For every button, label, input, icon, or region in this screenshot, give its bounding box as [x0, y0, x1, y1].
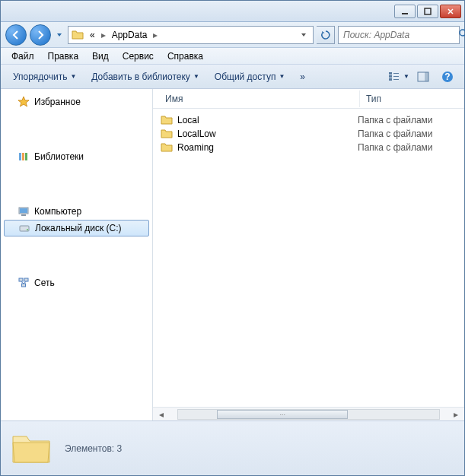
- folder-icon: [72, 30, 84, 40]
- folder-icon: [161, 115, 173, 125]
- back-button[interactable]: [5, 24, 27, 46]
- breadcrumb-root[interactable]: «: [87, 28, 98, 42]
- title-bar: [1, 1, 464, 22]
- svg-rect-21: [21, 214, 26, 216]
- svg-point-4: [460, 30, 465, 36]
- svg-rect-20: [20, 208, 27, 213]
- libraries-icon: [18, 151, 30, 163]
- svg-rect-24: [19, 278, 23, 281]
- svg-rect-26: [22, 284, 26, 287]
- list-item[interactable]: Roaming Папка с файлами: [153, 141, 464, 154]
- organize-button[interactable]: Упорядочить ▼: [7, 68, 82, 85]
- star-icon: [18, 96, 30, 108]
- view-mode-button[interactable]: ▼: [388, 68, 409, 86]
- details-pane: Элементов: 3: [1, 420, 464, 475]
- file-name-label: Roaming: [177, 142, 214, 153]
- scroll-track[interactable]: ∙∙∙: [177, 409, 440, 420]
- file-type-label: Папка с файлами: [358, 142, 457, 153]
- sidebar-label: Библиотеки: [34, 151, 84, 162]
- search-icon[interactable]: [458, 28, 465, 41]
- address-bar[interactable]: « ▸ AppData ▸: [68, 26, 314, 44]
- preview-pane-button[interactable]: [412, 68, 434, 86]
- menu-view[interactable]: Вид: [86, 49, 115, 63]
- address-dropdown[interactable]: [298, 30, 310, 40]
- scroll-right-icon[interactable]: ▸: [451, 409, 461, 420]
- svg-rect-25: [24, 278, 28, 281]
- sidebar-item-computer[interactable]: Компьютер: [1, 203, 152, 220]
- svg-point-23: [27, 229, 28, 230]
- sidebar-label: Избранное: [34, 97, 81, 107]
- network-icon: [18, 277, 30, 289]
- folder-icon: [10, 430, 53, 467]
- chevron-right-icon[interactable]: ▸: [100, 30, 107, 40]
- sidebar-item-local-disk[interactable]: Локальный диск (C:): [4, 220, 149, 236]
- menu-tools[interactable]: Сервис: [116, 49, 160, 63]
- menu-edit[interactable]: Правка: [42, 49, 85, 63]
- svg-rect-1: [425, 8, 431, 14]
- help-button[interactable]: ?: [437, 68, 458, 86]
- svg-rect-0: [402, 13, 408, 14]
- share-button[interactable]: Общий доступ ▼: [209, 68, 291, 85]
- command-bar: Упорядочить ▼ Добавить в библиотеку ▼ Об…: [1, 65, 464, 89]
- svg-rect-13: [425, 72, 428, 81]
- status-text: Элементов: 3: [65, 443, 122, 454]
- sidebar-item-libraries[interactable]: Библиотеки: [1, 148, 152, 165]
- menu-bar: Файл Правка Вид Сервис Справка: [1, 48, 464, 65]
- search-input[interactable]: [343, 30, 458, 40]
- columns-header: Имя Тип: [153, 89, 464, 109]
- add-to-library-button[interactable]: Добавить в библиотеку ▼: [85, 68, 205, 85]
- breadcrumb: « ▸ AppData ▸: [87, 28, 159, 42]
- navigation-pane: Избранное Библиотеки Компьютер Локальный…: [1, 89, 153, 420]
- refresh-button[interactable]: [317, 26, 335, 44]
- nav-bar: « ▸ AppData ▸: [1, 22, 464, 48]
- file-list-pane: Имя Тип Local Папка с файлами LocalLow П…: [153, 89, 464, 420]
- list-item[interactable]: Local Папка с файлами: [153, 113, 464, 127]
- list-item[interactable]: LocalLow Папка с файлами: [153, 127, 464, 141]
- file-name-label: Local: [177, 115, 199, 125]
- svg-rect-16: [19, 153, 21, 160]
- svg-rect-8: [389, 78, 392, 81]
- scroll-left-icon[interactable]: ◂: [156, 409, 167, 420]
- history-dropdown[interactable]: [54, 24, 65, 46]
- sidebar-item-favorites[interactable]: Избранное: [1, 94, 152, 110]
- file-type-label: Папка с файлами: [358, 129, 457, 139]
- menu-file[interactable]: Файл: [5, 49, 40, 63]
- svg-rect-18: [25, 153, 27, 160]
- svg-rect-17: [22, 153, 24, 160]
- svg-rect-6: [389, 72, 392, 75]
- folder-icon: [161, 142, 173, 153]
- maximize-button[interactable]: [417, 5, 438, 18]
- close-button[interactable]: [440, 5, 461, 18]
- svg-text:?: ?: [444, 71, 450, 82]
- computer-icon: [18, 205, 30, 217]
- menu-help[interactable]: Справка: [161, 49, 209, 63]
- toolbar-overflow[interactable]: »: [294, 68, 311, 85]
- scroll-thumb[interactable]: ∙∙∙: [217, 410, 348, 419]
- horizontal-scrollbar[interactable]: ◂ ∙∙∙ ▸: [153, 407, 464, 420]
- file-type-label: Папка с файлами: [358, 115, 457, 125]
- file-name-label: LocalLow: [177, 129, 216, 139]
- sidebar-label: Сеть: [34, 278, 55, 288]
- svg-rect-7: [389, 75, 392, 78]
- explorer-window: « ▸ AppData ▸ Файл Правка Вид Сервис Спр…: [0, 0, 465, 476]
- chevron-right-icon[interactable]: ▸: [151, 30, 159, 40]
- sidebar-label: Локальный диск (C:): [35, 223, 122, 233]
- breadcrumb-appdata[interactable]: AppData: [109, 28, 151, 42]
- minimize-button[interactable]: [394, 5, 416, 18]
- column-name[interactable]: Имя: [159, 90, 359, 107]
- folder-icon: [161, 129, 173, 139]
- sidebar-label: Компьютер: [34, 206, 81, 217]
- forward-button[interactable]: [30, 24, 51, 46]
- drive-icon: [18, 222, 30, 234]
- search-box[interactable]: [338, 26, 460, 44]
- sidebar-item-network[interactable]: Сеть: [1, 274, 152, 291]
- file-list: Local Папка с файлами LocalLow Папка с ф…: [153, 109, 464, 407]
- column-type[interactable]: Тип: [359, 90, 458, 107]
- main-area: Избранное Библиотеки Компьютер Локальный…: [1, 89, 464, 420]
